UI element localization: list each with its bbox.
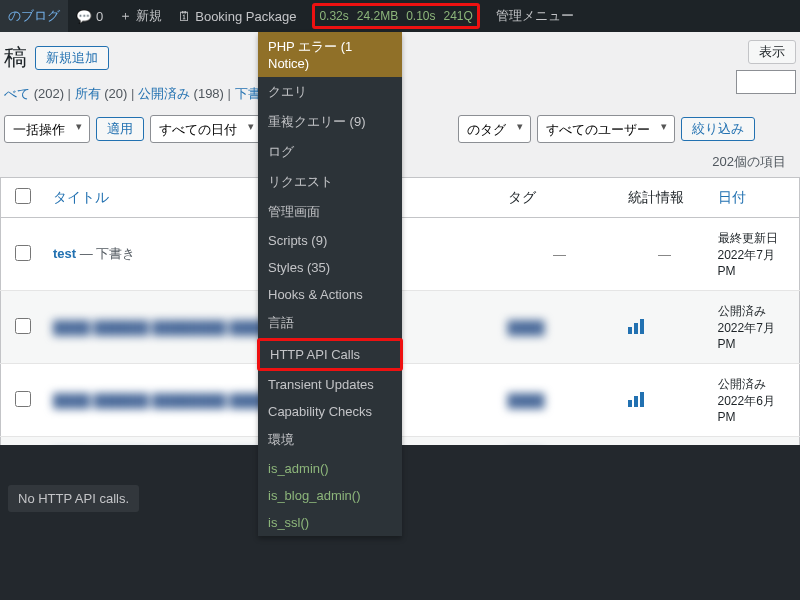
- qm-menu-item[interactable]: is_admin(): [258, 455, 402, 482]
- apply-button[interactable]: 適用: [96, 117, 144, 141]
- row-checkbox[interactable]: [15, 391, 31, 407]
- admin-bar: のブログ 💬 0 ＋ 新規 🗓 Booking Package 0.32s 24…: [0, 0, 800, 32]
- date-filter-select[interactable]: すべての日付: [150, 115, 262, 143]
- qm-menu-item[interactable]: Transient Updates: [258, 371, 402, 398]
- top-right-controls: 表示: [736, 40, 796, 94]
- stats-bars-icon: [628, 318, 644, 334]
- bulk-action-select[interactable]: 一括操作: [4, 115, 90, 143]
- qm-menu-item[interactable]: 環境: [258, 425, 402, 455]
- qm-menu-item[interactable]: Styles (35): [258, 254, 402, 281]
- qm-menu-item[interactable]: is_blog_admin(): [258, 482, 402, 509]
- calendar-icon: 🗓: [178, 9, 191, 24]
- adminbar-querymonitor[interactable]: 0.32s 24.2MB 0.10s 241Q: [304, 0, 487, 32]
- col-stats: 統計情報: [628, 189, 684, 205]
- adminbar-booking[interactable]: 🗓 Booking Package: [170, 0, 304, 32]
- row-checkbox[interactable]: [15, 245, 31, 261]
- qm-menu-item[interactable]: is_ssl(): [258, 509, 402, 536]
- filter-all[interactable]: べて: [4, 86, 30, 101]
- plus-icon: ＋: [119, 7, 132, 25]
- filter-mine[interactable]: 所有: [75, 86, 101, 101]
- post-title[interactable]: ████ ██████ ████████ ██████: [53, 320, 285, 335]
- qm-queries: 241Q: [444, 9, 473, 23]
- cell-tag: —: [500, 218, 620, 291]
- qm-menu-item[interactable]: HTTP API Calls: [257, 338, 403, 371]
- screen-options-button[interactable]: 表示: [748, 40, 796, 64]
- post-title[interactable]: ████ ██████ ████████ ██████: [53, 393, 285, 408]
- adminbar-blog[interactable]: のブログ: [0, 0, 68, 32]
- adminbar-admin-menu[interactable]: 管理メニュー: [488, 0, 582, 32]
- qm-menu-item[interactable]: Capability Checks: [258, 398, 402, 425]
- filter-published[interactable]: 公開済み: [138, 86, 190, 101]
- select-all-checkbox[interactable]: [15, 188, 31, 204]
- post-status-suffix: — 下書き: [76, 246, 135, 261]
- search-input[interactable]: [736, 70, 796, 94]
- qm-dropdown-header[interactable]: PHP エラー (1 Notice): [258, 32, 402, 77]
- add-new-button[interactable]: 新規追加: [35, 46, 109, 70]
- cell-date: 公開済み 2022年6月 PM: [710, 364, 800, 437]
- qm-mem: 24.2MB: [357, 9, 398, 23]
- row-checkbox[interactable]: [15, 318, 31, 334]
- qm-menu-item[interactable]: クエリ: [258, 77, 402, 107]
- qm-menu-item[interactable]: 管理画面: [258, 197, 402, 227]
- filter-button[interactable]: 絞り込み: [681, 117, 755, 141]
- post-title-link[interactable]: test: [53, 246, 76, 261]
- qm-menu-item[interactable]: 言語: [258, 308, 402, 338]
- cell-stats: [620, 364, 710, 437]
- adminbar-new[interactable]: ＋ 新規: [111, 0, 170, 32]
- cell-stats: —: [620, 218, 710, 291]
- col-date[interactable]: 日付: [718, 189, 746, 205]
- item-count: 202個の項目: [712, 154, 786, 169]
- qm-menu-item[interactable]: Hooks & Actions: [258, 281, 402, 308]
- adminbar-comments[interactable]: 💬 0: [68, 0, 111, 32]
- col-title[interactable]: タイトル: [53, 189, 109, 205]
- cell-date: 最終更新日 2022年7月 PM: [710, 218, 800, 291]
- cell-stats: [620, 291, 710, 364]
- qm-menu-item[interactable]: ログ: [258, 137, 402, 167]
- cell-tag: ████: [500, 291, 620, 364]
- querymonitor-dropdown: PHP エラー (1 Notice) クエリ重複クエリー (9)ログリクエスト管…: [258, 32, 402, 536]
- qm-menu-item[interactable]: 重複クエリー (9): [258, 107, 402, 137]
- cell-date: 公開済み 2022年7月 PM: [710, 291, 800, 364]
- qm-stats-pill: 0.32s 24.2MB 0.10s 241Q: [312, 3, 479, 29]
- qm-menu-item[interactable]: Scripts (9): [258, 227, 402, 254]
- stats-bars-icon: [628, 391, 644, 407]
- user-filter-select[interactable]: すべてのユーザー: [537, 115, 675, 143]
- qm-panel-message: No HTTP API calls.: [8, 485, 139, 512]
- qm-menu-item[interactable]: リクエスト: [258, 167, 402, 197]
- col-tag: タグ: [508, 189, 536, 205]
- qm-dbtime: 0.10s: [406, 9, 435, 23]
- comment-icon: 💬: [76, 9, 92, 24]
- qm-time: 0.32s: [319, 9, 348, 23]
- tag-filter-select[interactable]: のタグ: [458, 115, 531, 143]
- cell-tag: ████: [500, 364, 620, 437]
- page-title: 稿: [0, 42, 27, 73]
